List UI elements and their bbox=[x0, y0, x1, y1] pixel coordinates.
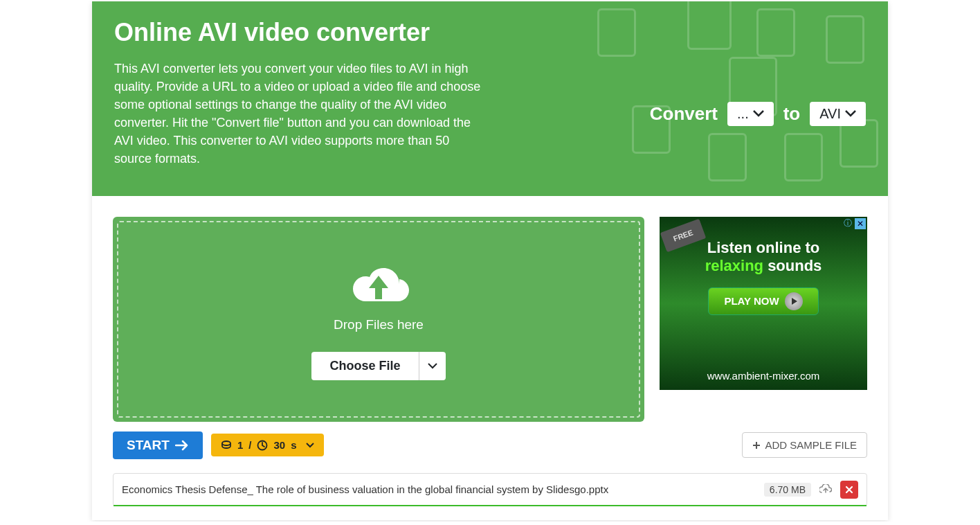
dropzone-wrap: Drop Files here Choose File bbox=[113, 217, 644, 422]
play-icon bbox=[785, 292, 803, 310]
drop-text: Drop Files here bbox=[334, 317, 424, 332]
ad-sounds: sounds bbox=[763, 257, 822, 274]
choose-file-button[interactable]: Choose File bbox=[311, 352, 418, 380]
svg-point-0 bbox=[222, 441, 230, 445]
file-size: 6.70 MB bbox=[764, 483, 811, 497]
add-sample-label: ADD SAMPLE FILE bbox=[765, 439, 857, 451]
start-button[interactable]: START bbox=[113, 431, 203, 459]
convert-label: Convert bbox=[650, 103, 718, 125]
ad-headline: Listen online to relaxing sounds bbox=[673, 239, 853, 275]
chevron-down-icon bbox=[845, 110, 856, 117]
convert-from-select[interactable]: ... bbox=[727, 102, 774, 126]
app-container: Online AVI video converter This AVI conv… bbox=[92, 1, 888, 520]
remove-file-button[interactable] bbox=[840, 481, 858, 499]
choose-file-dropdown[interactable] bbox=[419, 352, 446, 380]
time-unit: s bbox=[291, 439, 296, 451]
cloud-upload-icon bbox=[344, 258, 413, 310]
convert-to-select[interactable]: AVI bbox=[810, 102, 866, 126]
chevron-down-icon bbox=[753, 110, 764, 117]
ad-play-label: PLAY NOW bbox=[724, 295, 779, 307]
advertisement[interactable]: ⓘ ✕ FREE Listen online to relaxing sound… bbox=[660, 217, 867, 390]
file-count: 1 bbox=[237, 439, 243, 451]
ad-info-icon[interactable]: ⓘ bbox=[842, 218, 853, 229]
limits-pill[interactable]: 1 / 30 s bbox=[211, 434, 325, 456]
chevron-down-icon bbox=[428, 363, 437, 369]
header-body: This AVI converter lets you convert your… bbox=[114, 60, 866, 168]
chevron-down-icon bbox=[306, 443, 314, 448]
plus-icon bbox=[752, 441, 761, 450]
arrow-right-icon bbox=[175, 440, 189, 451]
add-sample-button[interactable]: ADD SAMPLE FILE bbox=[742, 432, 867, 458]
main-row: Drop Files here Choose File ⓘ ✕ FREE Lis… bbox=[113, 217, 867, 422]
time-value: 30 bbox=[273, 439, 285, 451]
page-title: Online AVI video converter bbox=[114, 18, 866, 47]
file-name: Economics Thesis Defense_ The role of bu… bbox=[122, 483, 756, 495]
convert-from-value: ... bbox=[737, 106, 749, 122]
stack-icon bbox=[221, 441, 232, 450]
ad-url: www.ambient-mixer.com bbox=[660, 370, 867, 382]
ad-line1: Listen online to bbox=[707, 239, 820, 256]
count-sep: / bbox=[248, 439, 251, 451]
ad-relaxing: relaxing bbox=[705, 257, 763, 274]
convert-bar: Convert ... to AVI bbox=[650, 102, 866, 126]
ad-close-icon[interactable]: ✕ bbox=[855, 218, 866, 229]
start-label: START bbox=[127, 438, 170, 453]
controls-row: START 1 / 30 s ADD SAMPLE FILE bbox=[113, 431, 867, 459]
file-row: Economics Thesis Defense_ The role of bu… bbox=[113, 473, 867, 506]
main-content: Drop Files here Choose File ⓘ ✕ FREE Lis… bbox=[92, 196, 888, 520]
clock-icon bbox=[257, 440, 268, 451]
convert-to-value: AVI bbox=[819, 106, 841, 122]
upload-source-icon bbox=[819, 484, 832, 495]
page-header: Online AVI video converter This AVI conv… bbox=[92, 1, 888, 196]
file-dropzone[interactable]: Drop Files here Choose File bbox=[117, 221, 640, 418]
convert-to-label: to bbox=[783, 103, 801, 125]
close-icon bbox=[845, 486, 853, 494]
ad-play-button[interactable]: PLAY NOW bbox=[708, 287, 819, 315]
choose-file-group: Choose File bbox=[311, 352, 445, 380]
page-description: This AVI converter lets you convert your… bbox=[114, 60, 488, 168]
